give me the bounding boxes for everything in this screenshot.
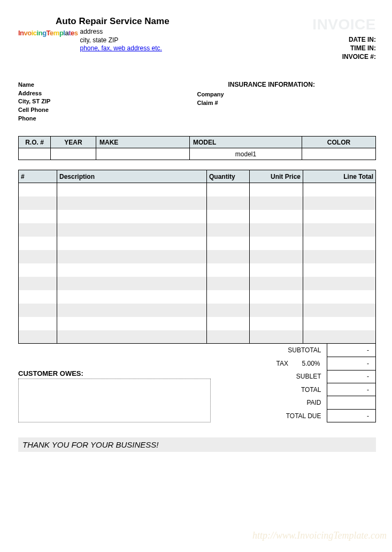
item-cell: [303, 317, 376, 330]
customer-cell-label: Cell Phone: [18, 106, 197, 115]
time-in-label: TIME IN:: [312, 44, 376, 52]
item-cell: [250, 223, 303, 237]
insurance-claim-label: Claim #: [197, 99, 376, 108]
item-cell: [207, 330, 250, 344]
item-cell: [303, 223, 376, 237]
total-due-label: TOTAL DUE: [211, 409, 327, 422]
item-cell: [303, 277, 376, 290]
totals-table: SUBTOTAL - TAX 5.00% - SUBLET - TOTAL - …: [211, 344, 376, 422]
item-cell: [207, 196, 250, 210]
item-cell: [303, 183, 376, 196]
item-cell: [303, 263, 376, 277]
vehicle-header-color: COLOR: [302, 137, 376, 148]
item-cell: [19, 250, 57, 263]
items-header-desc: Description: [57, 170, 207, 183]
item-cell: [250, 183, 303, 196]
customer-name-label: Name: [18, 81, 197, 89]
item-cell: [19, 304, 57, 317]
vehicle-color-value: [302, 148, 376, 160]
item-cell: [303, 250, 376, 263]
logo: InvoicingTemplates: [18, 28, 78, 37]
item-cell: [19, 183, 57, 196]
item-cell: [303, 330, 376, 344]
item-cell: [250, 330, 303, 344]
item-cell: [250, 250, 303, 263]
paid-value: [327, 396, 376, 409]
item-cell: [19, 237, 57, 250]
item-cell: [250, 237, 303, 250]
item-cell: [250, 290, 303, 304]
item-cell: [207, 210, 250, 223]
invoice-title: INVOICE: [312, 16, 376, 33]
customer-city-label: City, ST ZIP: [18, 97, 197, 106]
item-cell: [19, 317, 57, 330]
vehicle-year-value: [51, 148, 96, 160]
customer-owes-box: [18, 379, 211, 422]
item-cell: [207, 223, 250, 237]
item-cell: [303, 304, 376, 317]
item-cell: [57, 250, 207, 263]
item-cell: [57, 183, 207, 196]
items-header-qty: Quantity: [207, 170, 250, 183]
item-cell: [207, 290, 250, 304]
vehicle-table: R.O. # YEAR MAKE MODEL COLOR model1: [18, 136, 376, 160]
item-cell: [57, 330, 207, 344]
company-address-line2: city, state ZIP: [80, 36, 162, 45]
vehicle-make-value: [96, 148, 190, 160]
item-cell: [207, 304, 250, 317]
item-cell: [57, 277, 207, 290]
item-cell: [250, 317, 303, 330]
vehicle-header-make: MAKE: [96, 137, 190, 148]
item-cell: [207, 263, 250, 277]
customer-address-label: Address: [18, 89, 197, 98]
total-due-value: -: [327, 409, 376, 422]
item-cell: [250, 304, 303, 317]
item-cell: [57, 317, 207, 330]
item-cell: [207, 237, 250, 250]
total-value: -: [327, 383, 376, 396]
company-name: Auto Repair Service Name: [56, 16, 312, 27]
line-items-table: # Description Quantity Unit Price Line T…: [18, 170, 376, 344]
item-cell: [19, 330, 57, 344]
subtotal-value: -: [327, 344, 376, 357]
item-cell: [303, 196, 376, 210]
item-cell: [207, 317, 250, 330]
items-header-num: #: [19, 170, 57, 183]
sublet-value: -: [327, 370, 376, 383]
item-cell: [19, 223, 57, 237]
vehicle-header-model: MODEL: [190, 137, 302, 148]
item-cell: [57, 290, 207, 304]
item-cell: [303, 210, 376, 223]
item-cell: [207, 250, 250, 263]
item-cell: [207, 277, 250, 290]
tax-value: -: [327, 357, 376, 370]
vehicle-model-value: model1: [190, 148, 302, 160]
item-cell: [19, 210, 57, 223]
vehicle-ro-value: [19, 148, 51, 160]
tax-pct: 5.00%: [294, 357, 327, 370]
item-cell: [19, 263, 57, 277]
item-cell: [57, 237, 207, 250]
item-cell: [19, 196, 57, 210]
tax-label: TAX: [211, 357, 294, 370]
insurance-company-label: Company: [197, 90, 376, 99]
item-cell: [250, 277, 303, 290]
sublet-label: SUBLET: [211, 370, 327, 383]
total-label: TOTAL: [211, 383, 327, 396]
company-contact-link[interactable]: phone, fax, web address etc.: [80, 44, 162, 52]
item-cell: [250, 196, 303, 210]
invoice-number-label: INVOICE #:: [312, 52, 376, 61]
item-cell: [57, 304, 207, 317]
item-cell: [57, 210, 207, 223]
item-cell: [19, 290, 57, 304]
thank-you-message: THANK YOU FOR YOUR BUSINESS!: [18, 437, 376, 452]
vehicle-header-year: YEAR: [51, 137, 96, 148]
item-cell: [250, 210, 303, 223]
date-in-label: DATE IN:: [312, 35, 376, 44]
paid-label: PAID: [211, 396, 327, 409]
customer-phone-label: Phone: [18, 115, 197, 123]
customer-owes-label: CUSTOMER OWES:: [18, 369, 211, 377]
item-cell: [303, 290, 376, 304]
item-cell: [57, 223, 207, 237]
subtotal-label: SUBTOTAL: [211, 344, 327, 357]
